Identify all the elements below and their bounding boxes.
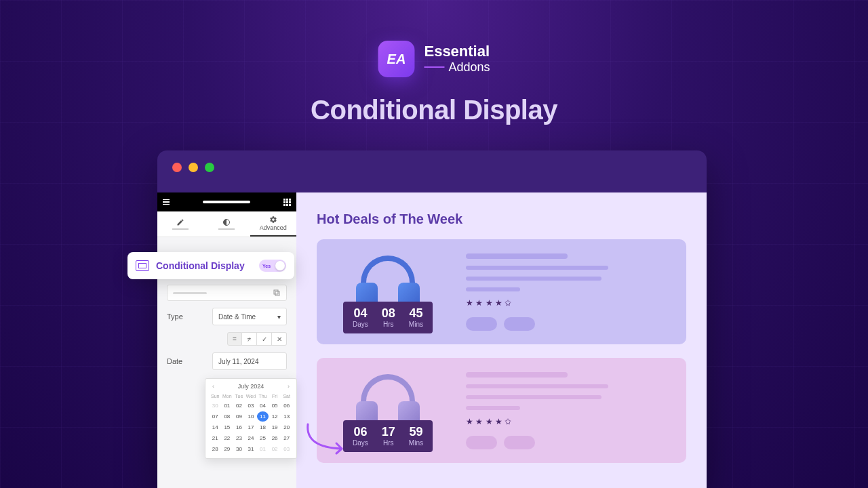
calendar-next-button[interactable]: › [285, 383, 292, 390]
calendar-day[interactable]: 10 [245, 411, 257, 422]
editor-topbar [157, 192, 296, 211]
calendar-day-dim[interactable]: 30 [210, 401, 221, 411]
operator-buttons: = ≠ ✓ ✕ [167, 332, 287, 346]
calendar-dow: Mon [222, 392, 233, 400]
calendar-day[interactable]: 17 [245, 422, 257, 432]
cd-days-label: Days [353, 321, 368, 328]
calendar-prev-button[interactable]: ‹ [210, 383, 217, 390]
calendar-day[interactable]: 03 [245, 401, 257, 411]
op-close-button[interactable]: ✕ [272, 332, 287, 346]
calendar-popup: ‹ July 2024 › SunMonTueWedThuFriSat30010… [205, 378, 297, 459]
copy-icon[interactable] [273, 289, 281, 297]
calendar-day[interactable]: 28 [210, 444, 221, 454]
pencil-icon [176, 218, 184, 226]
skeleton-pill [504, 436, 535, 449]
cd-days-label: Days [353, 439, 368, 447]
maximize-icon[interactable] [205, 163, 214, 172]
calendar-dow: Sun [210, 392, 221, 400]
type-select[interactable]: Date & Time ▾ [212, 308, 287, 325]
calendar-day[interactable]: 11 [257, 411, 269, 422]
calendar-day[interactable]: 05 [269, 401, 281, 411]
skeleton-title [466, 253, 568, 259]
conditional-display-label: Conditional Display [156, 260, 252, 271]
op-not-equals-button[interactable]: ≠ [242, 332, 257, 346]
svg-rect-1 [275, 291, 279, 296]
grid-icon[interactable] [283, 199, 291, 206]
skeleton-line [466, 406, 520, 410]
calendar-day[interactable]: 30 [233, 444, 245, 454]
tab-advanced[interactable]: Advanced [250, 211, 296, 237]
countdown: 04Days 08Hrs 45Mins [343, 302, 433, 333]
traffic-lights [157, 150, 707, 184]
drag-handle-icon[interactable] [203, 201, 250, 203]
calendar-dow: Thu [257, 392, 269, 400]
skeleton-line [466, 277, 601, 281]
op-equals-button[interactable]: = [227, 332, 242, 346]
rating-stars: ★ ★ ★ ★ ✩ [466, 417, 673, 426]
tab-content[interactable] [157, 211, 203, 237]
calendar-day[interactable]: 19 [269, 422, 281, 432]
tab-style[interactable] [203, 211, 250, 237]
brand-name-2: Addons [424, 60, 490, 75]
calendar-day[interactable]: 22 [222, 433, 233, 443]
skeleton-pill [504, 317, 535, 331]
calendar-day-dim[interactable]: 02 [269, 444, 281, 454]
calendar-day[interactable]: 25 [257, 433, 269, 443]
calendar-day[interactable]: 15 [222, 422, 233, 432]
calendar-day[interactable]: 21 [210, 433, 221, 443]
calendar-day[interactable]: 31 [245, 444, 257, 454]
gear-icon [269, 216, 277, 224]
skeleton-line [466, 266, 608, 270]
chevron-down-icon: ▾ [277, 313, 281, 321]
calendar-day[interactable]: 26 [269, 433, 281, 443]
calendar-dow: Fri [269, 392, 281, 400]
calendar-day[interactable]: 04 [257, 401, 269, 411]
calendar-day[interactable]: 24 [245, 433, 257, 443]
calendar-day[interactable]: 23 [233, 433, 245, 443]
calendar-day[interactable]: 14 [210, 422, 221, 432]
skeleton-title [466, 372, 568, 378]
skeleton-line [466, 384, 608, 388]
countdown: 06Days 17Hrs 59Mins [343, 420, 433, 452]
skeleton-pill [466, 317, 497, 331]
tab-advanced-label: Advanced [260, 224, 287, 231]
op-check-button[interactable]: ✓ [257, 332, 272, 346]
calendar-day[interactable]: 02 [233, 401, 245, 411]
cd-days-value: 04 [353, 307, 368, 319]
calendar-day[interactable]: 18 [257, 422, 269, 432]
brand-badge: EA [378, 41, 414, 77]
calendar-day[interactable]: 20 [281, 422, 292, 432]
calendar-day[interactable]: 06 [281, 401, 292, 411]
calendar-day[interactable]: 08 [222, 411, 233, 422]
date-input[interactable]: July 11, 2024 [212, 352, 287, 370]
calendar-dow: Wed [245, 392, 257, 400]
calendar-day[interactable]: 27 [281, 433, 292, 443]
calendar-day[interactable]: 13 [281, 411, 292, 422]
cd-mins-value: 45 [409, 307, 423, 319]
calendar-day[interactable]: 29 [222, 444, 233, 454]
calendar-dow: Tue [233, 392, 245, 400]
calendar-day-dim[interactable]: 01 [257, 444, 269, 454]
cd-hrs-value: 08 [382, 307, 395, 319]
calendar-day[interactable]: 07 [210, 411, 221, 422]
conditional-display-popup: Conditional Display Yes [127, 252, 294, 279]
preview-area: Hot Deals of The Week 04Days 08Hrs 45Min… [296, 192, 707, 488]
conditional-display-toggle[interactable]: Yes [259, 260, 286, 272]
hamburger-icon[interactable] [163, 199, 170, 205]
deal-card: 04Days 08Hrs 45Mins ★ ★ ★ ★ ✩ [317, 239, 686, 344]
editor-tabs: Advanced [157, 211, 296, 237]
calendar-day[interactable]: 09 [233, 411, 245, 422]
calendar-day[interactable]: 12 [269, 411, 281, 422]
toggle-yes-label: Yes [262, 264, 271, 268]
calendar-day[interactable]: 01 [222, 401, 233, 411]
minimize-icon[interactable] [189, 163, 198, 172]
cd-hrs-label: Hrs [382, 439, 395, 447]
type-label: Type [167, 312, 183, 321]
calendar-day[interactable]: 16 [233, 422, 245, 432]
close-icon[interactable] [172, 163, 182, 172]
date-value: July 11, 2024 [218, 358, 259, 365]
skeleton-pill [466, 436, 497, 449]
logics-item[interactable] [167, 285, 287, 301]
calendar-day-dim[interactable]: 03 [281, 444, 292, 454]
conditional-display-icon [136, 260, 149, 271]
